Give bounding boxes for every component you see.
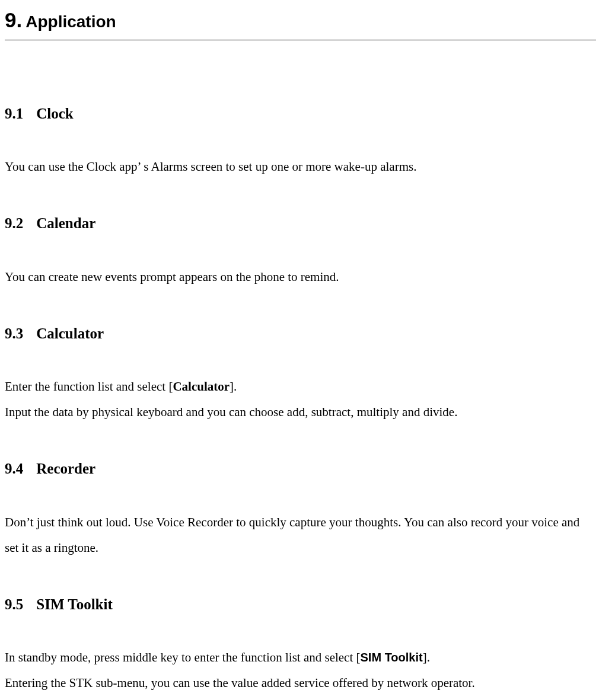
section-number: 9.2 <box>5 212 23 235</box>
body-text-run: You can use the Clock app’ s Alarms scre… <box>5 159 416 174</box>
section-number: 9.5 <box>5 593 23 616</box>
section-heading: 9.5SIM Toolkit <box>5 593 596 616</box>
section-title: Calculator <box>36 325 104 341</box>
body-text-run: In standby mode, press middle key to ent… <box>5 650 361 664</box>
body-text-run: SIM Toolkit <box>361 651 423 664</box>
section-title: SIM Toolkit <box>36 596 113 612</box>
section-body: You can create new events prompt appears… <box>5 264 596 290</box>
body-text-run: Calculator <box>173 379 230 394</box>
section-body: You can use the Clock app’ s Alarms scre… <box>5 154 596 180</box>
section-heading: 9.2Calendar <box>5 212 596 235</box>
body-text-run: Entering the STK sub-menu, you can use t… <box>5 676 475 690</box>
section-number: 9.3 <box>5 322 23 345</box>
body-text-run: Don’t just think out loud. Use Voice Rec… <box>5 515 579 555</box>
section-body: In standby mode, press middle key to ent… <box>5 645 596 700</box>
chapter-header: 9. Application <box>5 5 596 40</box>
section-body: Enter the function list and select [Calc… <box>5 374 596 425</box>
chapter-title: Application <box>26 12 116 31</box>
body-text-run: Enter the function list and select [ <box>5 379 173 394</box>
section-title: Clock <box>36 106 74 122</box>
body-text-run: Input the data by physical keyboard and … <box>5 405 457 419</box>
section-title: Recorder <box>36 461 95 477</box>
body-text-run: ]. <box>423 650 430 664</box>
section-heading: 9.3Calculator <box>5 322 596 345</box>
section-heading: 9.1Clock <box>5 103 596 125</box>
chapter-number: 9. <box>5 8 22 31</box>
section-heading: 9.4Recorder <box>5 458 596 480</box>
body-text-run: You can create new events prompt appears… <box>5 270 339 284</box>
section-title: Calendar <box>36 215 95 231</box>
section-number: 9.1 <box>5 103 23 125</box>
body-text-run: ]. <box>230 379 237 394</box>
section-body: Don’t just think out loud. Use Voice Rec… <box>5 510 596 561</box>
section-number: 9.4 <box>5 458 23 480</box>
